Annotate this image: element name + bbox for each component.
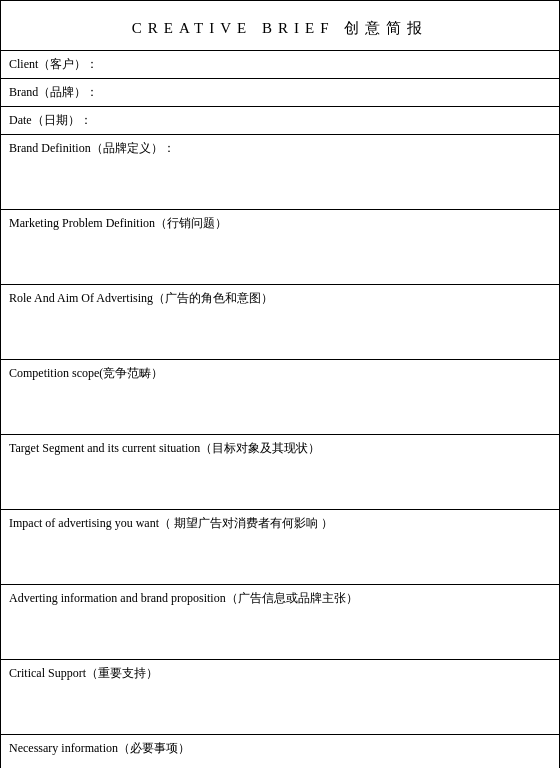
section-label-target-segment: Target Segment and its current situation…	[9, 440, 551, 457]
section-content-competition-scope	[9, 386, 551, 426]
section-content-marketing-problem	[9, 236, 551, 276]
section-content-adverting-information	[9, 611, 551, 651]
client-field: Client（客户）：	[1, 51, 559, 79]
brand-label: Brand（品牌）：	[9, 85, 98, 99]
section-content-role-aim	[9, 311, 551, 351]
page-title: CREATIVE BRIEF 创意简报	[1, 1, 559, 51]
section-label-adverting-information: Adverting information and brand proposit…	[9, 590, 551, 607]
brand-field: Brand（品牌）：	[1, 79, 559, 107]
section-label-critical-support: Critical Support（重要支持）	[9, 665, 551, 682]
section-critical-support: Critical Support（重要支持）	[1, 660, 559, 735]
section-label-competition-scope: Competition scope(竞争范畴）	[9, 365, 551, 382]
date-field: Date（日期）：	[1, 107, 559, 134]
section-label-brand-definition: Brand Definition（品牌定义）：	[9, 140, 551, 157]
section-label-impact-advertising: Impact of advertising you want（ 期望广告对消费者…	[9, 515, 551, 532]
section-content-critical-support	[9, 686, 551, 726]
section-label-necessary-information: Necessary information（必要事项）	[9, 740, 551, 757]
date-label: Date（日期）：	[9, 113, 92, 127]
title-text: CREATIVE BRIEF 创意简报	[132, 20, 429, 36]
section-role-aim: Role And Aim Of Advertising（广告的角色和意图）	[1, 285, 559, 360]
page: CREATIVE BRIEF 创意简报 Client（客户）： Brand（品牌…	[0, 0, 560, 768]
section-label-role-aim: Role And Aim Of Advertising（广告的角色和意图）	[9, 290, 551, 307]
section-marketing-problem: Marketing Problem Definition（行销问题）	[1, 210, 559, 285]
header-fields: Client（客户）： Brand（品牌）： Date（日期）：	[1, 51, 559, 135]
section-content-brand-definition	[9, 161, 551, 201]
sections-container: Brand Definition（品牌定义）：Marketing Problem…	[1, 135, 559, 768]
section-content-necessary-information	[9, 761, 551, 768]
section-necessary-information: Necessary information（必要事项）	[1, 735, 559, 768]
section-content-target-segment	[9, 461, 551, 501]
section-target-segment: Target Segment and its current situation…	[1, 435, 559, 510]
client-label: Client（客户）：	[9, 57, 98, 71]
section-label-marketing-problem: Marketing Problem Definition（行销问题）	[9, 215, 551, 232]
section-brand-definition: Brand Definition（品牌定义）：	[1, 135, 559, 210]
section-adverting-information: Adverting information and brand proposit…	[1, 585, 559, 660]
section-content-impact-advertising	[9, 536, 551, 576]
section-impact-advertising: Impact of advertising you want（ 期望广告对消费者…	[1, 510, 559, 585]
section-competition-scope: Competition scope(竞争范畴）	[1, 360, 559, 435]
